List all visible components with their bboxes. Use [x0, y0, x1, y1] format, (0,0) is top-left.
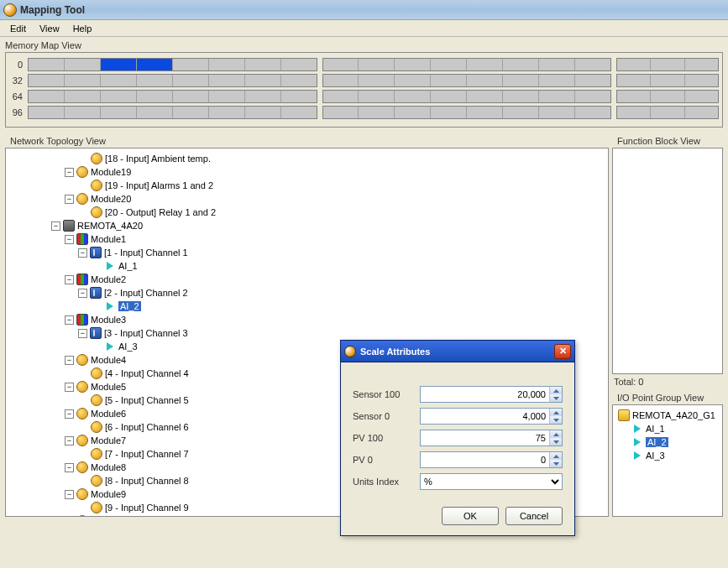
memmap-cell[interactable] — [323, 91, 359, 102]
collapse-icon[interactable]: − — [65, 436, 74, 446]
tree-node-label[interactable]: AI_1 — [118, 261, 138, 271]
tree-node-label[interactable]: [2 - Input] Channel 2 — [104, 288, 188, 298]
units-select[interactable]: % — [420, 473, 563, 490]
memmap-group[interactable] — [616, 106, 719, 119]
memmap-cell[interactable] — [651, 107, 684, 118]
memmap-cell[interactable] — [281, 59, 317, 70]
memmap-cell[interactable] — [101, 91, 137, 102]
memmap-cell[interactable] — [137, 75, 173, 86]
menu-help[interactable]: Help — [66, 22, 99, 35]
sensor100-input[interactable] — [421, 387, 549, 402]
memmap-cell[interactable] — [467, 107, 503, 118]
memmap-cell[interactable] — [359, 91, 395, 102]
memmap-cell[interactable] — [323, 75, 359, 86]
collapse-icon[interactable]: − — [78, 289, 87, 298]
tree-node-label[interactable]: [4 - Input] Channel 4 — [105, 368, 189, 378]
memmap-cell[interactable] — [617, 91, 651, 102]
chevron-up-icon[interactable] — [550, 387, 562, 394]
memmap-cell[interactable] — [65, 107, 101, 118]
collapse-icon[interactable]: − — [65, 490, 74, 499]
tree-node-label[interactable]: Module8 — [91, 462, 126, 472]
memmap-cell[interactable] — [281, 107, 317, 118]
collapse-icon[interactable]: − — [78, 248, 87, 258]
memmap-cell[interactable] — [575, 91, 610, 102]
tree-node-label[interactable]: Module10 — [91, 516, 131, 517]
memmap-cell[interactable] — [245, 107, 281, 118]
chevron-down-icon[interactable] — [550, 416, 562, 424]
memmap-cell[interactable] — [503, 91, 539, 102]
memmap-cell[interactable] — [395, 91, 431, 102]
memmap-cell[interactable] — [29, 91, 65, 102]
pv100-spinner[interactable] — [420, 430, 563, 446]
memmap-group[interactable] — [322, 58, 612, 71]
memmap-group[interactable] — [322, 74, 612, 87]
collapse-icon[interactable]: − — [65, 517, 74, 518]
tree-node[interactable]: −[3 - Input] Channel 3 — [8, 326, 606, 340]
memmap-cell[interactable] — [173, 91, 209, 102]
collapse-icon[interactable]: − — [65, 235, 74, 244]
chevron-down-icon[interactable] — [550, 438, 562, 446]
memmap-cell[interactable] — [359, 107, 395, 118]
memmap-cell[interactable] — [503, 107, 539, 118]
pv100-input[interactable] — [421, 430, 549, 446]
tree-node[interactable]: [19 - Input] Alarms 1 and 2 — [8, 179, 606, 192]
tree-node-label[interactable]: [7 - Input] Channel 7 — [105, 449, 189, 459]
tree-node-label[interactable]: [20 - Output] Relay 1 and 2 — [105, 207, 216, 217]
memmap-group[interactable] — [616, 74, 719, 87]
memmap-group[interactable] — [28, 74, 317, 87]
memmap-cell[interactable] — [209, 59, 245, 70]
chevron-up-icon[interactable] — [550, 409, 562, 416]
memmap-cell[interactable] — [431, 75, 467, 86]
memmap-cell[interactable] — [685, 91, 718, 102]
memmap-cell[interactable] — [575, 75, 610, 86]
memmap-group[interactable] — [616, 90, 719, 103]
memmap-cell[interactable] — [29, 75, 65, 86]
memmap-cell[interactable] — [651, 75, 684, 86]
memmap-cell[interactable] — [209, 91, 245, 102]
memmap-cell[interactable] — [685, 107, 718, 118]
memmap-cell[interactable] — [29, 107, 65, 118]
tree-node-label[interactable]: Module5 — [91, 382, 126, 392]
collapse-icon[interactable]: − — [65, 315, 74, 325]
memmap-cell[interactable] — [245, 91, 281, 102]
memmap-cell[interactable] — [503, 59, 539, 70]
memmap-cell[interactable] — [359, 59, 395, 70]
tree-node-label[interactable]: Module19 — [91, 167, 131, 177]
memmap-cell[interactable] — [323, 107, 359, 118]
collapse-icon[interactable]: − — [65, 356, 74, 365]
memmap-cell[interactable] — [65, 59, 101, 70]
memmap-group[interactable] — [28, 58, 317, 71]
tree-node-label[interactable]: REMOTA_4A20 — [77, 221, 143, 231]
memmap-cell[interactable] — [651, 59, 684, 70]
memmap-cell[interactable] — [65, 75, 101, 86]
chevron-up-icon[interactable] — [550, 430, 562, 438]
tree-node-label[interactable]: [6 - Input] Channel 6 — [105, 422, 189, 432]
tree-node-label[interactable]: [9 - Input] Channel 9 — [105, 503, 189, 513]
memmap-cell[interactable] — [503, 75, 539, 86]
memmap-cell[interactable] — [173, 107, 209, 118]
tree-node-label[interactable]: [5 - Input] Channel 5 — [105, 395, 189, 405]
tree-node[interactable]: [20 - Output] Relay 1 and 2 — [8, 206, 606, 219]
memmap-cell[interactable] — [395, 75, 431, 86]
tree-node-label[interactable]: [8 - Input] Channel 8 — [105, 476, 189, 486]
tree-node[interactable]: −[2 - Input] Channel 2 — [8, 286, 606, 300]
memmap-group[interactable] — [616, 58, 719, 71]
tree-node-label[interactable]: AI_3 — [118, 341, 138, 352]
memmap-cell[interactable] — [617, 59, 651, 70]
tree-node-label[interactable]: Module3 — [91, 315, 126, 325]
pv0-input[interactable] — [421, 452, 549, 467]
memmap-cell[interactable] — [617, 107, 651, 118]
sensor0-input[interactable] — [421, 409, 549, 424]
collapse-icon[interactable]: − — [65, 195, 74, 204]
memmap-cell[interactable] — [467, 59, 503, 70]
menu-edit[interactable]: Edit — [3, 22, 33, 35]
memmap-cell[interactable] — [467, 75, 503, 86]
collapse-icon[interactable]: − — [51, 221, 60, 231]
dialog-titlebar[interactable]: Scale Attributes ✕ — [341, 341, 574, 362]
memmap-cell[interactable] — [245, 75, 281, 86]
pv0-spinner[interactable] — [420, 451, 563, 468]
tree-node-label[interactable]: AI_2 — [118, 301, 141, 311]
memmap-cell[interactable] — [431, 107, 467, 118]
io-point-item[interactable]: AI_1 — [615, 422, 720, 435]
memmap-cell[interactable] — [245, 59, 281, 70]
